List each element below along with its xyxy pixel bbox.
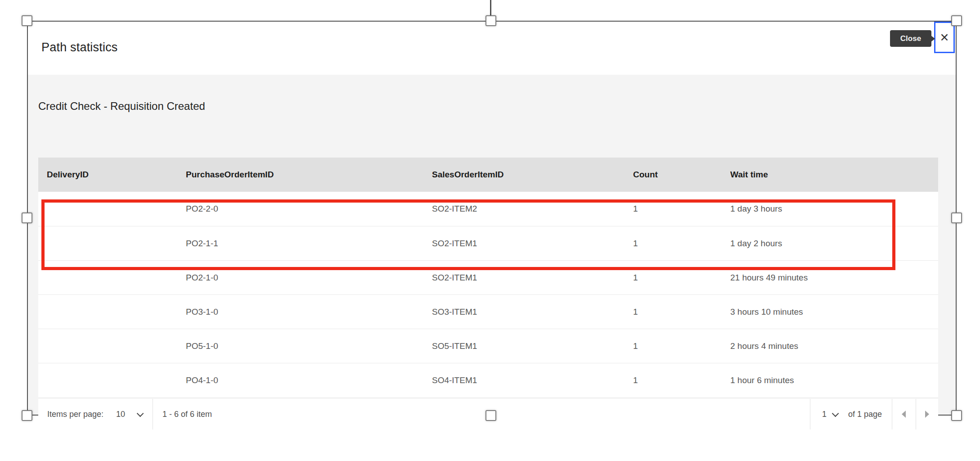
cell-count: 1 <box>625 204 722 214</box>
pagination-divider <box>153 399 153 429</box>
selection-handle-top-right[interactable] <box>951 15 962 26</box>
table-row: PO5-1-0SO5-ITEM112 hours 4 minutes <box>38 329 938 363</box>
page-number-value: 1 <box>822 410 827 419</box>
cell-purchase-order-item-id: PO4-1-0 <box>177 375 423 385</box>
selection-handle-bottom-left[interactable] <box>22 410 32 421</box>
table-row: PO2-1-0SO2-ITEM1121 hours 49 minutes <box>38 260 938 294</box>
cell-sales-order-item-id: SO2-ITEM1 <box>423 273 625 283</box>
cell-purchase-order-item-id: PO2-1-0 <box>177 273 423 283</box>
items-per-page-label: Items per page: <box>47 399 103 429</box>
path-subtitle: Credit Check - Requisition Created <box>38 100 205 113</box>
selection-handle-top-center[interactable] <box>486 15 496 26</box>
cell-sales-order-item-id: SO5-ITEM1 <box>423 341 625 351</box>
selection-handle-mid-left[interactable] <box>22 212 32 223</box>
pagination-divider <box>810 399 810 429</box>
annotated-screenshot-canvas: Path statistics Close ✕ Credit Check - R… <box>0 0 980 461</box>
cell-purchase-order-item-id: PO2-1-1 <box>177 239 423 249</box>
cell-purchase-order-item-id: PO3-1-0 <box>177 307 423 317</box>
cell-wait-time: 21 hours 49 minutes <box>722 273 938 283</box>
caret-right-icon <box>925 411 929 418</box>
column-header: Wait time <box>722 170 938 180</box>
cell-wait-time: 2 hours 4 minutes <box>722 341 938 351</box>
cell-wait-time: 1 hour 6 minutes <box>722 375 938 385</box>
path-statistics-modal: Path statistics Close ✕ Credit Check - R… <box>27 21 957 416</box>
cell-sales-order-item-id: SO2-ITEM1 <box>423 239 625 249</box>
selection-handle-mid-right[interactable] <box>951 212 962 223</box>
cell-purchase-order-item-id: PO5-1-0 <box>177 341 423 351</box>
cell-count: 1 <box>625 375 722 385</box>
column-header: Count <box>625 170 722 180</box>
table-row: PO4-1-0SO4-ITEM111 hour 6 minutes <box>38 363 938 397</box>
chevron-down-icon <box>137 410 144 417</box>
table-header-row: DeliveryIDPurchaseOrderItemIDSalesOrderI… <box>38 158 938 192</box>
caret-left-icon <box>902 411 906 418</box>
close-button[interactable]: ✕ <box>934 22 955 53</box>
close-icon: ✕ <box>940 31 949 44</box>
close-tooltip-label: Close <box>900 34 921 43</box>
selection-handle-top-left[interactable] <box>22 15 32 26</box>
table-row: PO2-2-0SO2-ITEM211 day 3 hours <box>38 192 938 226</box>
pagination-range-text: 1 - 6 of 6 item <box>162 399 212 429</box>
cell-count: 1 <box>625 273 722 283</box>
tooltip-caret-icon <box>931 36 935 42</box>
chevron-down-icon <box>832 410 839 417</box>
items-per-page-select[interactable]: 10 <box>116 399 142 429</box>
modal-header: Path statistics <box>28 22 956 75</box>
table-row: PO3-1-0SO3-ITEM113 hours 10 minutes <box>38 294 938 329</box>
cell-wait-time: 3 hours 10 minutes <box>722 307 938 317</box>
cell-sales-order-item-id: SO3-ITEM1 <box>423 307 625 317</box>
cell-count: 1 <box>625 307 722 317</box>
page-number-select[interactable]: 1 <box>822 399 837 429</box>
modal-body: Credit Check - Requisition Created Deliv… <box>28 75 956 415</box>
path-statistics-table: DeliveryIDPurchaseOrderItemIDSalesOrderI… <box>38 158 938 397</box>
selection-handle-bottom-center[interactable] <box>486 410 496 421</box>
column-header: PurchaseOrderItemID <box>177 170 423 180</box>
cell-purchase-order-item-id: PO2-2-0 <box>177 204 423 214</box>
cell-sales-order-item-id: SO4-ITEM1 <box>423 375 625 385</box>
cell-wait-time: 1 day 3 hours <box>722 204 938 214</box>
previous-page-button[interactable] <box>892 399 916 429</box>
table-row: PO2-1-1SO2-ITEM111 day 2 hours <box>38 226 938 260</box>
cell-count: 1 <box>625 341 722 351</box>
selection-handle-bottom-right[interactable] <box>951 410 962 421</box>
cell-wait-time: 1 day 2 hours <box>722 239 938 249</box>
column-header: DeliveryID <box>38 170 177 180</box>
close-tooltip: Close <box>890 30 931 47</box>
modal-title: Path statistics <box>41 41 118 54</box>
column-header: SalesOrderItemID <box>423 170 625 180</box>
items-per-page-value: 10 <box>116 410 125 419</box>
page-count-label: of 1 page <box>848 399 882 429</box>
cell-count: 1 <box>625 239 722 249</box>
table-body: PO2-2-0SO2-ITEM211 day 3 hoursPO2-1-1SO2… <box>38 192 938 397</box>
cell-sales-order-item-id: SO2-ITEM2 <box>423 204 625 214</box>
next-page-button[interactable] <box>916 399 938 429</box>
